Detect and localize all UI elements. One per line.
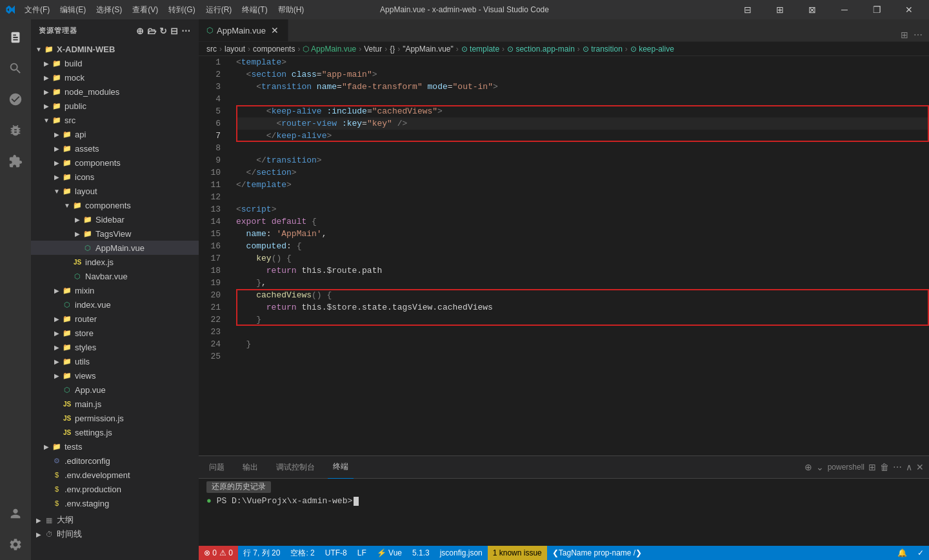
tree-item-indexvue[interactable]: ▶ ⬡ index.vue: [31, 297, 199, 312]
refresh-icon[interactable]: ↻: [159, 26, 168, 36]
tree-item-utils[interactable]: ▶ 📁 utils: [31, 354, 199, 368]
tree-item-tagsview[interactable]: ▶ 📁 TagsView: [31, 226, 199, 241]
status-tag-name[interactable]: ❮TagName prop-name /❯: [547, 546, 647, 560]
restore-history-button[interactable]: 还原的历史记录: [206, 481, 271, 493]
breadcrumb-section[interactable]: ⊙ section.app-main: [507, 45, 575, 54]
breadcrumb-vetur[interactable]: Vetur: [364, 45, 382, 54]
breadcrumb-components[interactable]: components: [253, 45, 295, 54]
tree-item-mock[interactable]: ▶ 📁 mock: [31, 70, 199, 85]
activity-item-git[interactable]: [0, 84, 31, 115]
tree-item-views[interactable]: ▶ 📁 views: [31, 368, 199, 383]
split-editor-icon[interactable]: ⊞: [899, 28, 910, 41]
tree-item-envprod[interactable]: ▶ $ .env.production: [31, 482, 199, 496]
activity-item-settings[interactable]: [0, 529, 31, 560]
layout-icon-1[interactable]: ⊟: [733, 0, 763, 19]
tree-item-envdev[interactable]: ▶ $ .env.development: [31, 468, 199, 482]
tree-item-appvue[interactable]: ▶ ⬡ App.vue: [31, 383, 199, 397]
menu-select[interactable]: 选择(S): [92, 3, 126, 17]
breadcrumb-keepalive[interactable]: ⊙ keep-alive: [630, 45, 674, 54]
tree-item-tests[interactable]: ▶ 📁 tests: [31, 439, 199, 454]
tree-item-appmain[interactable]: ▶ ⬡ AppMain.vue: [31, 241, 199, 255]
activity-item-search[interactable]: [0, 53, 31, 84]
panel-tab-problems[interactable]: 问题: [204, 456, 230, 479]
tree-item-layout[interactable]: ▼ 📁 layout: [31, 184, 199, 198]
restore-button[interactable]: ❐: [862, 0, 892, 19]
status-known-issue[interactable]: 1 known issue: [488, 546, 547, 560]
new-folder-icon[interactable]: 🗁: [147, 26, 157, 36]
tree-item-editorconfig[interactable]: ▶ ⚙ .editorconfig: [31, 454, 199, 468]
tree-item-router[interactable]: ▶ 📁 router: [31, 312, 199, 326]
status-errors[interactable]: ⊗ 0 ⚠ 0: [199, 546, 238, 560]
menu-goto[interactable]: 转到(G): [165, 3, 199, 17]
tree-item-indexjs[interactable]: ▶ JS index.js: [31, 255, 199, 269]
tree-item-node-modules[interactable]: ▶ 📁 node_modules: [31, 85, 199, 99]
menu-edit[interactable]: 编辑(E): [56, 3, 90, 17]
tree-item-styles[interactable]: ▶ 📁 styles: [31, 340, 199, 354]
menu-terminal[interactable]: 终端(T): [238, 3, 271, 17]
tree-item-icons[interactable]: ▶ 📁 icons: [31, 170, 199, 184]
status-lang[interactable]: ⚡ Vue: [372, 546, 407, 560]
new-file-icon[interactable]: ⊕: [136, 26, 145, 36]
layout-icon-2[interactable]: ⊞: [765, 0, 795, 19]
tree-item-sidebar[interactable]: ▶ 📁 Sidebar: [31, 212, 199, 226]
panel-tab-debug-console[interactable]: 调试控制台: [271, 456, 320, 479]
status-spaces[interactable]: 空格: 2: [285, 546, 319, 560]
breadcrumb-layout[interactable]: layout: [225, 45, 245, 54]
more-icon[interactable]: ⋯: [181, 26, 191, 36]
status-version[interactable]: 5.1.3: [407, 546, 435, 560]
activity-item-files[interactable]: [0, 22, 31, 53]
breadcrumb-template[interactable]: ⊙ template: [461, 45, 499, 54]
tree-item-mainjs[interactable]: ▶ JS main.js: [31, 397, 199, 411]
menu-view[interactable]: 查看(V): [128, 3, 162, 17]
breadcrumb-src[interactable]: src: [206, 45, 217, 54]
status-encoding[interactable]: UTF-8: [320, 546, 352, 560]
panel-collapse-icon[interactable]: ∧: [906, 462, 912, 472]
tree-item-navbar[interactable]: ▶ ⬡ Navbar.vue: [31, 269, 199, 283]
status-no-problems[interactable]: ✓: [912, 546, 929, 560]
tree-item-build[interactable]: ▶ 📁 build: [31, 56, 199, 70]
menu-run[interactable]: 运行(R): [202, 3, 236, 17]
tree-item-permissionjs[interactable]: ▶ JS permission.js: [31, 411, 199, 425]
close-button[interactable]: ✕: [894, 0, 924, 19]
tree-item-public[interactable]: ▶ 📁 public: [31, 99, 199, 113]
breadcrumb-appmain[interactable]: ⬡ AppMain.vue: [303, 45, 356, 54]
activity-item-debug[interactable]: [0, 115, 31, 146]
layout-icon-3[interactable]: ⊠: [797, 0, 827, 19]
tree-item-layout-components[interactable]: ▼ 📁 components: [31, 198, 199, 212]
more-actions-icon[interactable]: ⋯: [912, 28, 924, 41]
menu-file[interactable]: 文件(F): [21, 3, 54, 17]
status-config[interactable]: jsconfig.json: [435, 546, 488, 560]
tree-item-api[interactable]: ▶ 📁 api: [31, 127, 199, 141]
collapse-icon[interactable]: ⊟: [170, 26, 179, 36]
panel-dropdown-icon[interactable]: ⌄: [816, 462, 824, 472]
tree-item-assets[interactable]: ▶ 📁 assets: [31, 141, 199, 155]
activity-item-extensions[interactable]: [0, 146, 31, 177]
tree-item-store[interactable]: ▶ 📁 store: [31, 326, 199, 340]
tree-item-src[interactable]: ▼ 📁 src: [31, 113, 199, 127]
status-line-col[interactable]: 行 7, 列 20: [238, 546, 285, 560]
panel-trash-icon[interactable]: 🗑: [880, 462, 889, 472]
tree-root[interactable]: ▼ 📁 X-ADMIN-WEB: [31, 42, 199, 56]
tree-item-components[interactable]: ▶ 📁 components: [31, 155, 199, 170]
tree-item-timeline[interactable]: ▶ ⏱ 时间线: [31, 527, 199, 541]
tree-item-envstaging[interactable]: ▶ $ .env.staging: [31, 496, 199, 510]
code-content[interactable]: <template> <section class="app-main"> <t…: [231, 56, 929, 455]
tab-close-button[interactable]: ✕: [270, 25, 280, 35]
breadcrumb-appmain2[interactable]: "AppMain.vue": [403, 45, 454, 54]
panel-tab-output[interactable]: 输出: [237, 456, 263, 479]
status-notification[interactable]: 🔔: [892, 546, 912, 560]
panel-close-icon[interactable]: ✕: [916, 462, 924, 472]
activity-item-account[interactable]: [0, 498, 31, 529]
tree-item-mixin[interactable]: ▶ 📁 mixin: [31, 283, 199, 297]
menu-help[interactable]: 帮助(H): [274, 3, 308, 17]
tab-appmain[interactable]: ⬡ AppMain.vue ✕: [199, 19, 288, 41]
breadcrumb-braces[interactable]: {}: [390, 45, 395, 54]
minimize-button[interactable]: ─: [830, 0, 859, 19]
panel-add-icon[interactable]: ⊕: [804, 462, 812, 472]
tree-item-outline[interactable]: ▶ ▦ 大纲: [31, 513, 199, 527]
panel-tab-terminal[interactable]: 终端: [328, 456, 354, 479]
tree-item-settingsjs[interactable]: ▶ JS settings.js: [31, 425, 199, 439]
panel-layout-icon[interactable]: ⊞: [868, 462, 876, 472]
status-eol[interactable]: LF: [352, 546, 372, 560]
panel-more-icon[interactable]: ⋯: [893, 462, 902, 472]
